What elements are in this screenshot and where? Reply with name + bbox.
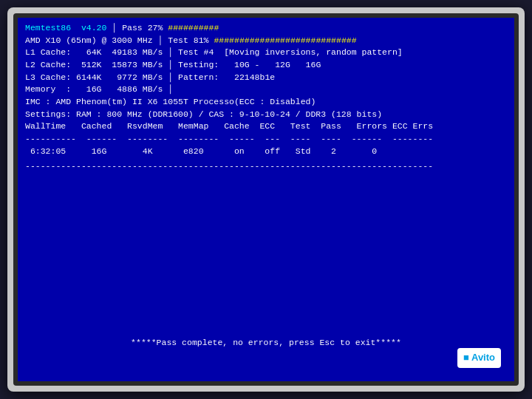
table-header: WallTime Cached RsvdMem MemMap Cache ECC… <box>25 120 507 133</box>
table-bottom-divider: ----------------------------------------… <box>25 160 507 173</box>
title-bar: Memtest86 v4.20 │ Pass 27% ########## <box>25 22 507 35</box>
pass-hashbar: ########## <box>168 23 219 33</box>
cpu-line: AMD X10 (65nm) @ 3000 MHz │ Test 81% ###… <box>25 35 507 47</box>
avito-icon: ■ <box>463 352 469 363</box>
screen: Memtest86 v4.20 │ Pass 27% ########## AM… <box>18 18 514 381</box>
l3-cache-line: L3 Cache: 6144K 9772 MB/s │ Pattern: 221… <box>25 72 507 84</box>
table-divider: ---------- ------ -------- -------- ----… <box>25 133 507 146</box>
monitor-bezel: Memtest86 v4.20 │ Pass 27% ########## AM… <box>13 13 519 386</box>
pass-complete-message: *****Pass complete, no errors, press Esc… <box>18 313 514 374</box>
avito-badge: ■ Avito <box>457 348 501 368</box>
app-title: Memtest86 v4.20 <box>25 23 106 33</box>
l1-cache-line: L1 Cache: 64K 49183 MB/s │ Test #4 [Movi… <box>25 47 507 59</box>
pass-percent: Pass 27% <box>122 23 163 33</box>
monitor-outer: Memtest86 v4.20 │ Pass 27% ########## AM… <box>7 7 525 392</box>
settings-line: Settings: RAM : 800 MHz (DDR1600) / CAS … <box>25 109 507 121</box>
table-data-row: 6:32:05 16G 4K e820 on off Std 2 0 <box>25 146 507 158</box>
memory-line: Memory : 16G 4886 MB/s │ <box>25 83 507 96</box>
l2-cache-line: L2 Cache: 512K 15873 MB/s │ Testing: 10G… <box>25 59 507 72</box>
imc-line: IMC : AMD Phenom(tm) II X6 1055T Process… <box>25 96 507 109</box>
